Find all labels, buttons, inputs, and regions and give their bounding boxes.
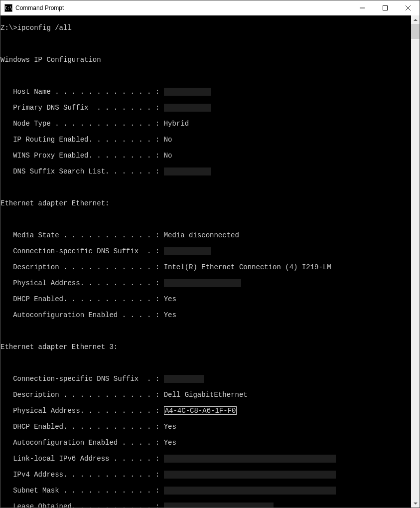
console-output[interactable]: Z:\>ipconfig /all Windows IP Configurati…	[0, 15, 411, 508]
chevron-up-icon	[414, 19, 418, 21]
label-ipv4: IPv4 Address. . . . . . . . . . . :	[0, 471, 164, 479]
prompt-line: Z:\>ipconfig /all	[0, 24, 411, 32]
value-autoconf: Yes	[164, 439, 176, 447]
close-button[interactable]	[397, 0, 420, 15]
redacted-value	[164, 104, 211, 112]
label-description: Description . . . . . . . . . . . :	[0, 263, 164, 271]
minimize-icon	[360, 5, 365, 10]
value-dhcp-enabled: Yes	[164, 295, 176, 303]
scroll-down-arrow[interactable]	[411, 499, 420, 508]
chevron-down-icon	[414, 503, 418, 505]
scroll-track[interactable]	[411, 24, 420, 499]
label-subnet: Subnet Mask . . . . . . . . . . . :	[0, 487, 164, 495]
value-ip-routing: No	[164, 136, 172, 144]
command-prompt-window: C:\ Command Prompt Z:\>ipconfig /all Win…	[0, 0, 420, 508]
app-icon: C:\	[4, 4, 12, 12]
maximize-icon	[383, 5, 388, 10]
value-media-state: Media disconnected	[164, 231, 239, 239]
label-autoconf: Autoconfiguration Enabled . . . . :	[0, 439, 164, 447]
redacted-value	[164, 503, 274, 508]
label-dhcp-enabled: DHCP Enabled. . . . . . . . . . . :	[0, 295, 164, 303]
label-node-type: Node Type . . . . . . . . . . . . :	[0, 120, 164, 128]
close-icon	[406, 5, 411, 10]
heading-ethernet-3: Ethernet adapter Ethernet 3:	[0, 343, 411, 351]
scroll-thumb[interactable]	[411, 24, 420, 39]
scroll-up-arrow[interactable]	[411, 15, 420, 24]
value-eth3-physical-highlighted: A4-4C-C8-A6-1F-F0	[164, 406, 237, 415]
label-description: Description . . . . . . . . . . . :	[0, 391, 164, 399]
titlebar[interactable]: C:\ Command Prompt	[0, 0, 420, 15]
redacted-value	[164, 247, 211, 255]
label-conn-dns-suffix: Connection-specific DNS Suffix . :	[0, 247, 164, 255]
svg-marker-5	[414, 503, 418, 505]
label-wins-proxy: WINS Proxy Enabled. . . . . . . . :	[0, 152, 164, 160]
svg-rect-1	[383, 6, 388, 10]
label-dns-search-list: DNS Suffix Search List. . . . . . :	[0, 168, 164, 175]
label-physical-address: Physical Address. . . . . . . . . :	[0, 407, 164, 415]
value-eth3-description: Dell GigabitEthernet	[164, 391, 248, 399]
value-autoconf: Yes	[164, 311, 176, 319]
label-media-state: Media State . . . . . . . . . . . :	[0, 231, 164, 239]
label-primary-dns-suffix: Primary DNS Suffix . . . . . . . :	[0, 104, 164, 112]
label-ip-routing: IP Routing Enabled. . . . . . . . :	[0, 136, 164, 144]
label-autoconf: Autoconfiguration Enabled . . . . :	[0, 311, 164, 319]
vertical-scrollbar[interactable]	[411, 15, 420, 508]
maximize-button[interactable]	[374, 0, 397, 15]
heading-ethernet-1: Ethernet adapter Ethernet:	[0, 199, 411, 207]
label-host-name: Host Name . . . . . . . . . . . . :	[0, 88, 164, 96]
window-title: Command Prompt	[15, 4, 64, 11]
heading-ipconfig: Windows IP Configuration	[0, 56, 411, 64]
redacted-value	[164, 471, 336, 479]
value-node-type: Hybrid	[164, 120, 189, 128]
redacted-value	[164, 279, 241, 287]
label-physical-address: Physical Address. . . . . . . . . :	[0, 279, 164, 287]
redacted-value	[164, 168, 211, 175]
label-lease-obtained: Lease Obtained. . . . . . . . . . :	[0, 503, 164, 508]
value-eth1-description: Intel(R) Ethernet Connection (4) I219-LM	[164, 263, 331, 271]
redacted-value	[164, 375, 204, 383]
value-wins-proxy: No	[164, 152, 172, 160]
redacted-value	[164, 487, 336, 495]
value-dhcp-enabled: Yes	[164, 423, 176, 431]
redacted-value	[164, 88, 211, 96]
minimize-button[interactable]	[351, 0, 374, 15]
svg-marker-4	[414, 19, 418, 21]
label-link-local-ipv6: Link-local IPv6 Address . . . . . :	[0, 455, 164, 463]
redacted-value	[164, 455, 336, 463]
label-conn-dns-suffix: Connection-specific DNS Suffix . :	[0, 375, 164, 383]
label-dhcp-enabled: DHCP Enabled. . . . . . . . . . . :	[0, 423, 164, 431]
